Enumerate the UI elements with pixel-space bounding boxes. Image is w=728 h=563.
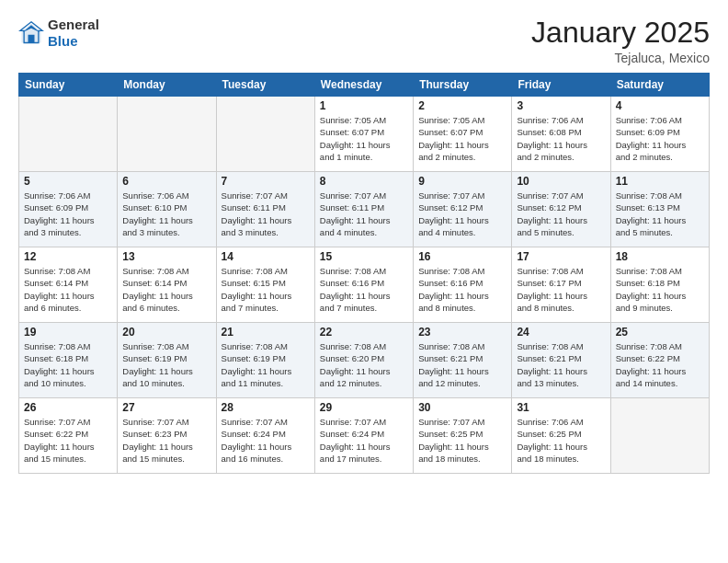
day-num-15: 15 bbox=[320, 250, 408, 263]
day-info-2: Sunrise: 7:05 AM Sunset: 6:07 PM Dayligh… bbox=[418, 114, 506, 163]
day-num-14: 14 bbox=[222, 250, 310, 263]
day-info-24: Sunrise: 7:08 AM Sunset: 6:21 PM Dayligh… bbox=[517, 340, 605, 389]
day-num-19: 19 bbox=[24, 326, 112, 339]
logo-general: General bbox=[48, 17, 99, 32]
day-num-10: 10 bbox=[517, 175, 605, 188]
cell-w1-d3: 8Sunrise: 7:07 AM Sunset: 6:11 PM Daylig… bbox=[314, 172, 413, 247]
cell-w2-d2: 14Sunrise: 7:08 AM Sunset: 6:15 PM Dayli… bbox=[216, 247, 314, 323]
day-info-29: Sunrise: 7:07 AM Sunset: 6:24 PM Dayligh… bbox=[320, 416, 408, 465]
day-info-11: Sunrise: 7:08 AM Sunset: 6:13 PM Dayligh… bbox=[616, 190, 704, 238]
day-num-23: 23 bbox=[418, 326, 506, 339]
svg-rect-3 bbox=[28, 35, 35, 43]
day-num-1: 1 bbox=[320, 99, 408, 112]
day-info-25: Sunrise: 7:08 AM Sunset: 6:22 PM Dayligh… bbox=[616, 340, 704, 389]
day-info-30: Sunrise: 7:07 AM Sunset: 6:25 PM Dayligh… bbox=[418, 416, 506, 465]
day-num-3: 3 bbox=[517, 99, 605, 112]
cell-w0-d4: 2Sunrise: 7:05 AM Sunset: 6:07 PM Daylig… bbox=[414, 97, 512, 172]
cell-w0-d2 bbox=[216, 97, 314, 172]
day-num-24: 24 bbox=[517, 326, 605, 339]
day-info-9: Sunrise: 7:07 AM Sunset: 6:12 PM Dayligh… bbox=[418, 190, 506, 238]
cell-w3-d6: 25Sunrise: 7:08 AM Sunset: 6:22 PM Dayli… bbox=[610, 323, 709, 398]
col-saturday: Saturday bbox=[610, 74, 709, 97]
cell-w4-d0: 26Sunrise: 7:07 AM Sunset: 6:22 PM Dayli… bbox=[19, 398, 118, 474]
day-num-9: 9 bbox=[418, 175, 506, 188]
week-row-3: 19Sunrise: 7:08 AM Sunset: 6:18 PM Dayli… bbox=[19, 323, 710, 398]
day-num-7: 7 bbox=[222, 175, 310, 188]
day-num-8: 8 bbox=[320, 175, 408, 188]
month-title: January 2025 bbox=[531, 17, 710, 49]
day-num-6: 6 bbox=[122, 175, 210, 188]
day-info-18: Sunrise: 7:08 AM Sunset: 6:18 PM Dayligh… bbox=[616, 265, 704, 314]
cell-w2-d4: 16Sunrise: 7:08 AM Sunset: 6:16 PM Dayli… bbox=[414, 247, 512, 323]
day-info-21: Sunrise: 7:08 AM Sunset: 6:19 PM Dayligh… bbox=[222, 340, 310, 389]
cell-w3-d1: 20Sunrise: 7:08 AM Sunset: 6:19 PM Dayli… bbox=[118, 323, 216, 398]
cell-w1-d4: 9Sunrise: 7:07 AM Sunset: 6:12 PM Daylig… bbox=[414, 172, 512, 247]
day-info-1: Sunrise: 7:05 AM Sunset: 6:07 PM Dayligh… bbox=[320, 114, 408, 163]
cell-w3-d3: 22Sunrise: 7:08 AM Sunset: 6:20 PM Dayli… bbox=[314, 323, 413, 398]
day-info-10: Sunrise: 7:07 AM Sunset: 6:12 PM Dayligh… bbox=[517, 190, 605, 238]
day-num-26: 26 bbox=[24, 401, 112, 414]
cell-w2-d1: 13Sunrise: 7:08 AM Sunset: 6:14 PM Dayli… bbox=[118, 247, 216, 323]
cell-w4-d5: 31Sunrise: 7:06 AM Sunset: 6:25 PM Dayli… bbox=[512, 398, 610, 474]
day-num-30: 30 bbox=[418, 401, 506, 414]
cell-w2-d6: 18Sunrise: 7:08 AM Sunset: 6:18 PM Dayli… bbox=[610, 247, 709, 323]
day-info-28: Sunrise: 7:07 AM Sunset: 6:24 PM Dayligh… bbox=[222, 416, 310, 465]
cell-w2-d5: 17Sunrise: 7:08 AM Sunset: 6:17 PM Dayli… bbox=[512, 247, 610, 323]
cell-w0-d1 bbox=[118, 97, 216, 172]
location: Tejaluca, Mexico bbox=[531, 51, 710, 65]
week-row-4: 26Sunrise: 7:07 AM Sunset: 6:22 PM Dayli… bbox=[19, 398, 710, 474]
cell-w0-d3: 1Sunrise: 7:05 AM Sunset: 6:07 PM Daylig… bbox=[314, 97, 413, 172]
day-info-15: Sunrise: 7:08 AM Sunset: 6:16 PM Dayligh… bbox=[320, 265, 408, 314]
day-info-16: Sunrise: 7:08 AM Sunset: 6:16 PM Dayligh… bbox=[418, 265, 506, 314]
day-info-13: Sunrise: 7:08 AM Sunset: 6:14 PM Dayligh… bbox=[122, 265, 210, 314]
day-num-16: 16 bbox=[418, 250, 506, 263]
cell-w0-d0 bbox=[19, 97, 118, 172]
day-num-17: 17 bbox=[517, 250, 605, 263]
cell-w1-d6: 11Sunrise: 7:08 AM Sunset: 6:13 PM Dayli… bbox=[610, 172, 709, 247]
header: General Blue January 2025 Tejaluca, Mexi… bbox=[18, 17, 710, 65]
cell-w3-d4: 23Sunrise: 7:08 AM Sunset: 6:21 PM Dayli… bbox=[414, 323, 512, 398]
cell-w4-d3: 29Sunrise: 7:07 AM Sunset: 6:24 PM Dayli… bbox=[314, 398, 413, 474]
title-block: January 2025 Tejaluca, Mexico bbox=[531, 17, 710, 65]
day-info-27: Sunrise: 7:07 AM Sunset: 6:23 PM Dayligh… bbox=[122, 416, 210, 465]
col-friday: Friday bbox=[512, 74, 610, 97]
col-thursday: Thursday bbox=[414, 74, 512, 97]
week-row-1: 5Sunrise: 7:06 AM Sunset: 6:09 PM Daylig… bbox=[19, 172, 710, 247]
day-num-31: 31 bbox=[517, 401, 605, 414]
logo-text: General Blue bbox=[48, 17, 99, 50]
week-row-2: 12Sunrise: 7:08 AM Sunset: 6:14 PM Dayli… bbox=[19, 247, 710, 323]
cell-w1-d1: 6Sunrise: 7:06 AM Sunset: 6:10 PM Daylig… bbox=[118, 172, 216, 247]
day-info-22: Sunrise: 7:08 AM Sunset: 6:20 PM Dayligh… bbox=[320, 340, 408, 389]
calendar-header-row: Sunday Monday Tuesday Wednesday Thursday… bbox=[19, 74, 710, 97]
day-info-23: Sunrise: 7:08 AM Sunset: 6:21 PM Dayligh… bbox=[418, 340, 506, 389]
day-num-11: 11 bbox=[616, 175, 704, 188]
day-num-22: 22 bbox=[320, 326, 408, 339]
day-num-27: 27 bbox=[122, 401, 210, 414]
day-info-31: Sunrise: 7:06 AM Sunset: 6:25 PM Dayligh… bbox=[517, 416, 605, 465]
day-num-5: 5 bbox=[24, 175, 112, 188]
logo: General Blue bbox=[18, 17, 99, 50]
day-info-14: Sunrise: 7:08 AM Sunset: 6:15 PM Dayligh… bbox=[222, 265, 310, 314]
day-num-29: 29 bbox=[320, 401, 408, 414]
day-num-2: 2 bbox=[418, 99, 506, 112]
day-num-12: 12 bbox=[24, 250, 112, 263]
day-info-4: Sunrise: 7:06 AM Sunset: 6:09 PM Dayligh… bbox=[616, 114, 704, 163]
cell-w1-d5: 10Sunrise: 7:07 AM Sunset: 6:12 PM Dayli… bbox=[512, 172, 610, 247]
col-monday: Monday bbox=[118, 74, 216, 97]
day-num-18: 18 bbox=[616, 250, 704, 263]
calendar-page: General Blue January 2025 Tejaluca, Mexi… bbox=[0, 0, 728, 563]
day-num-28: 28 bbox=[222, 401, 310, 414]
cell-w4-d6 bbox=[610, 398, 709, 474]
cell-w0-d6: 4Sunrise: 7:06 AM Sunset: 6:09 PM Daylig… bbox=[610, 97, 709, 172]
day-info-3: Sunrise: 7:06 AM Sunset: 6:08 PM Dayligh… bbox=[517, 114, 605, 163]
logo-blue: Blue bbox=[48, 33, 78, 49]
cell-w4-d4: 30Sunrise: 7:07 AM Sunset: 6:25 PM Dayli… bbox=[414, 398, 512, 474]
day-info-20: Sunrise: 7:08 AM Sunset: 6:19 PM Dayligh… bbox=[122, 340, 210, 389]
cell-w1-d0: 5Sunrise: 7:06 AM Sunset: 6:09 PM Daylig… bbox=[19, 172, 118, 247]
cell-w3-d5: 24Sunrise: 7:08 AM Sunset: 6:21 PM Dayli… bbox=[512, 323, 610, 398]
col-wednesday: Wednesday bbox=[314, 74, 413, 97]
cell-w4-d2: 28Sunrise: 7:07 AM Sunset: 6:24 PM Dayli… bbox=[216, 398, 314, 474]
cell-w3-d0: 19Sunrise: 7:08 AM Sunset: 6:18 PM Dayli… bbox=[19, 323, 118, 398]
calendar-table: Sunday Monday Tuesday Wednesday Thursday… bbox=[18, 73, 710, 474]
day-info-12: Sunrise: 7:08 AM Sunset: 6:14 PM Dayligh… bbox=[24, 265, 112, 314]
